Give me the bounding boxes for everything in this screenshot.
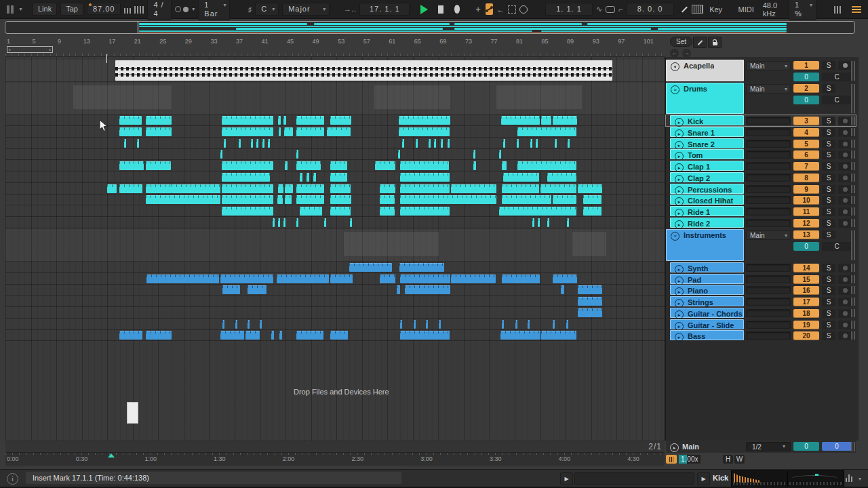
loop-switch-icon[interactable] xyxy=(606,6,615,13)
clip-kick[interactable] xyxy=(501,116,540,125)
clip-bass[interactable] xyxy=(400,331,450,340)
clip-clap-1[interactable] xyxy=(222,161,273,170)
clip-piano[interactable] xyxy=(222,285,240,294)
clip-pad[interactable] xyxy=(502,274,540,283)
track-name-box[interactable]: ≡Drums xyxy=(666,83,744,114)
scale-root-menu[interactable]: C xyxy=(255,3,279,16)
arm-button[interactable] xyxy=(838,174,852,182)
clip-kick[interactable] xyxy=(222,116,273,125)
track-activator[interactable]: 3 xyxy=(793,117,819,125)
track-play-icon[interactable]: ▸ xyxy=(675,265,684,274)
clip-ride-2[interactable] xyxy=(324,218,326,227)
clip-ride-2[interactable] xyxy=(538,218,540,227)
clip-guitar-chords[interactable] xyxy=(578,308,602,317)
clip-pad[interactable] xyxy=(553,274,577,283)
arm-button[interactable] xyxy=(838,309,852,318)
device-expand-button[interactable]: ▶ xyxy=(697,472,710,485)
clip-guitar-slide[interactable] xyxy=(414,320,416,329)
volume-field[interactable]: 0 xyxy=(793,242,819,251)
group-fold-icon[interactable]: ≡ xyxy=(671,85,679,94)
track-name-box[interactable]: ▾Acapella xyxy=(666,60,744,81)
track-name-box[interactable]: ▸Kick xyxy=(670,115,744,125)
clip-snare-1[interactable] xyxy=(517,127,576,136)
clip-ride-2[interactable] xyxy=(350,218,352,227)
track-name-box[interactable]: ▸Tom xyxy=(670,149,744,159)
clip-bass[interactable] xyxy=(541,331,576,340)
track-input-box[interactable] xyxy=(746,219,791,227)
scale-icon[interactable]: ♯ xyxy=(248,5,252,14)
arm-button[interactable] xyxy=(838,150,852,159)
main-pan-field[interactable]: 0 xyxy=(822,442,852,451)
quantize-menu[interactable]: 1 Bar xyxy=(198,0,230,20)
clip-pad[interactable] xyxy=(380,274,395,283)
solo-button[interactable]: S xyxy=(822,185,835,194)
clip-closed-hihat[interactable] xyxy=(296,195,324,204)
group-fold-icon[interactable]: ≡ xyxy=(671,232,679,241)
arm-button[interactable] xyxy=(838,275,852,284)
clip-ride-2[interactable] xyxy=(547,218,549,227)
clip-pad[interactable] xyxy=(330,274,353,283)
track-play-icon[interactable]: ▸ xyxy=(675,209,684,218)
track-name-box[interactable]: ▸Percussions xyxy=(670,184,744,194)
arm-button[interactable] xyxy=(838,162,852,171)
scale-mode-menu[interactable]: Major xyxy=(282,3,330,16)
track-header-closed-hihat[interactable]: ▸Closed Hihat10S xyxy=(666,195,856,205)
clip-guitar-slide[interactable] xyxy=(235,320,237,329)
clip-ride-2[interactable] xyxy=(532,218,534,227)
clip-snare-2[interactable] xyxy=(429,139,431,148)
clip-tom[interactable] xyxy=(220,150,222,159)
record-button[interactable] xyxy=(454,5,460,14)
arm-button[interactable] xyxy=(838,264,852,272)
arrangement-row-tom[interactable] xyxy=(5,149,665,160)
solo-button[interactable]: S xyxy=(822,150,835,159)
solo-button[interactable]: S xyxy=(822,264,835,272)
track-input-box[interactable] xyxy=(746,196,791,204)
clip-snare-2[interactable] xyxy=(434,139,436,148)
clip-guitar-slide[interactable] xyxy=(566,320,568,329)
count-in-metronome-icon[interactable] xyxy=(666,455,677,464)
track-name-box[interactable]: ▸Closed Hihat xyxy=(670,195,744,205)
track-activator[interactable]: 5 xyxy=(793,140,819,148)
track-input-box[interactable] xyxy=(746,185,791,193)
automation-arm-button[interactable] xyxy=(486,3,494,15)
arrangement-row-synth[interactable] xyxy=(5,262,665,273)
track-header-drums[interactable]: ≡DrumsMain▾2S0C xyxy=(666,83,856,115)
solo-button[interactable]: S xyxy=(822,331,835,340)
solo-button[interactable]: S xyxy=(822,84,835,93)
arm-button[interactable] xyxy=(838,128,852,137)
clip-percussions[interactable] xyxy=(502,184,539,193)
track-header-percussions[interactable]: ▸Percussions9S xyxy=(666,184,856,195)
lock-envelopes-button[interactable] xyxy=(708,37,722,48)
track-play-icon[interactable]: ▸ xyxy=(675,220,684,229)
draw-selection-button[interactable] xyxy=(508,3,516,15)
volume-field[interactable]: 0 xyxy=(793,96,819,104)
track-play-icon[interactable]: ▸ xyxy=(675,333,684,342)
clip-kick[interactable] xyxy=(541,116,551,125)
main-track-header[interactable]: ▸ Main 1/2 ▾ 0 0 xyxy=(666,441,856,453)
track-header-clap-2[interactable]: ▸Clap 28S xyxy=(666,172,856,183)
track-name-box[interactable]: ▸Ride 2 xyxy=(670,218,744,228)
loop-length-field[interactable]: 8. 0. 0 xyxy=(627,3,674,16)
clip-bass[interactable] xyxy=(296,331,323,340)
clip-tom[interactable] xyxy=(499,150,501,159)
track-input-box[interactable] xyxy=(746,264,791,272)
track-header-bass[interactable]: ▸Bass20S xyxy=(666,330,856,341)
track-header-clap-1[interactable]: ▸Clap 17S xyxy=(666,161,856,171)
draw-mode-icon[interactable] xyxy=(681,3,689,15)
clip-percussions[interactable] xyxy=(278,184,283,193)
track-activator[interactable]: 11 xyxy=(793,207,819,216)
clip-closed-hihat[interactable] xyxy=(330,195,351,204)
clip-percussions[interactable] xyxy=(222,184,273,193)
track-header-strings[interactable]: ▸Strings17S xyxy=(666,296,856,307)
arm-button[interactable] xyxy=(838,321,852,329)
solo-button[interactable]: S xyxy=(822,162,835,171)
clip-clap-1[interactable] xyxy=(285,161,288,170)
clip-closed-hihat[interactable] xyxy=(222,195,273,204)
solo-button[interactable]: S xyxy=(822,61,835,70)
solo-button[interactable]: S xyxy=(822,174,835,182)
clip-bass[interactable] xyxy=(500,331,540,340)
solo-button[interactable]: S xyxy=(822,117,835,125)
clip-tom[interactable] xyxy=(473,150,475,159)
clip-snare-1[interactable] xyxy=(119,127,142,136)
clip-pad[interactable] xyxy=(220,274,273,283)
